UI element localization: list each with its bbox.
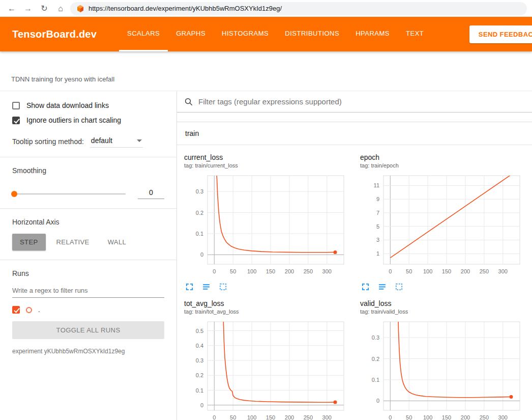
chart-grid: current_losstag: train/current_loss05010… [177,145,532,420]
app-header: TensorBoard.dev SCALARSGRAPHSHISTOGRAMSD… [0,17,532,51]
toggle-all-runs-button[interactable]: TOGGLE ALL RUNS [12,321,164,339]
svg-text:200: 200 [461,414,470,420]
tooltip-sorting-select[interactable]: default [90,135,143,148]
sidebar-divider [0,260,176,260]
experiment-title: TDNN training for yesno with icefall [11,75,114,83]
tooltip-sorting-row: Tooltip sorting method: default [12,135,164,148]
svg-text:250: 250 [304,268,313,274]
chart-tag: tag: train/valid_loss [360,309,522,315]
svg-text:300: 300 [498,268,508,274]
smoothing-value[interactable]: 0 [138,188,164,199]
svg-text:100: 100 [247,268,256,274]
svg-text:0.1: 0.1 [196,387,203,394]
svg-text:200: 200 [285,414,294,420]
svg-text:0: 0 [200,402,203,408]
tag-filter-input[interactable] [198,97,525,106]
chart-toolbar [360,279,522,294]
expand-chart-icon[interactable] [361,283,370,291]
run-label: . [38,306,40,314]
tab-text[interactable]: TEXT [398,17,432,51]
svg-text:150: 150 [442,268,451,274]
svg-text:150: 150 [442,414,451,420]
svg-text:0: 0 [389,268,392,274]
svg-text:250: 250 [304,414,313,420]
svg-text:7: 7 [376,210,379,216]
svg-text:0.3: 0.3 [372,334,379,341]
address-bar[interactable]: https://tensorboard.dev/experiment/yKUbh… [70,2,527,15]
toggle-y-axis-icon[interactable] [202,283,211,291]
svg-text:0: 0 [213,414,216,420]
svg-text:200: 200 [285,268,294,274]
chart-card-current_loss: current_losstag: train/current_loss05010… [184,153,346,294]
svg-text:0.2: 0.2 [196,210,203,216]
chart-title: current_loss [184,153,346,161]
tab-hparams[interactable]: HPARAMS [347,17,398,51]
main-panel: train current_losstag: train/current_los… [177,91,532,420]
svg-text:0: 0 [376,398,379,404]
chevron-down-icon [137,139,142,142]
show-download-links-checkbox-row[interactable]: Show data download links [12,101,164,109]
tag-group-header[interactable]: train [177,122,532,145]
show-download-links-label: Show data download links [26,101,109,109]
tab-histograms[interactable]: HISTOGRAMS [214,17,277,51]
axis-button-relative[interactable]: RELATIVE [49,234,97,250]
axis-button-wall[interactable]: WALL [100,234,134,250]
toggle-y-axis-icon[interactable] [378,283,387,291]
chart-tag: tag: train/current_loss [184,162,346,169]
smoothing-slider[interactable] [12,193,126,194]
svg-text:0.5: 0.5 [196,328,203,334]
chart-plot-epoch[interactable]: 0501001502002503001357911 [360,173,522,279]
svg-text:100: 100 [423,268,432,274]
tooltip-sorting-value: default [91,136,112,145]
svg-text:0.2: 0.2 [196,372,203,378]
svg-text:0.1: 0.1 [196,231,203,237]
smoothing-slider-row: 0 [12,188,164,199]
tensorboard-favicon [76,5,84,13]
svg-text:0.4: 0.4 [196,343,203,349]
svg-text:0: 0 [200,251,203,258]
tab-scalars[interactable]: SCALARS [119,17,168,51]
fit-domain-icon[interactable] [219,283,227,291]
back-icon[interactable]: ← [5,4,18,13]
chart-card-epoch: epochtag: train/epoch0501001502002503001… [360,153,522,294]
chart-toolbar [184,279,346,294]
send-feedback-button[interactable]: SEND FEEDBACK [469,25,532,43]
svg-text:50: 50 [406,414,412,420]
smoothing-label: Smoothing [12,166,164,175]
run-checkbox[interactable] [12,306,20,314]
svg-text:50: 50 [230,268,236,274]
svg-text:0.3: 0.3 [196,188,203,194]
chart-plot-valid_loss[interactable]: 05010015020025030000.10.20.3 [360,319,522,420]
reload-icon[interactable]: ↻ [38,4,51,13]
ignore-outliers-checkbox[interactable] [12,117,20,124]
home-icon[interactable]: ⌂ [54,4,67,13]
search-icon [184,97,193,106]
svg-text:200: 200 [461,268,470,274]
chart-title: valid_loss [360,299,522,307]
tag-filter-row [177,91,532,113]
smoothing-slider-thumb[interactable] [11,191,17,197]
svg-text:250: 250 [480,414,489,420]
tab-graphs[interactable]: GRAPHS [168,17,214,51]
ignore-outliers-checkbox-row[interactable]: Ignore outliers in chart scaling [12,116,164,124]
runs-filter-input[interactable] [12,284,164,298]
forward-icon[interactable]: → [21,4,35,13]
tab-distributions[interactable]: DISTRIBUTIONS [277,17,347,51]
url-text: https://tensorboard.dev/experiment/yKUbh… [88,5,282,12]
sidebar-divider [0,157,176,157]
svg-text:150: 150 [266,268,275,274]
chart-plot-current_loss[interactable]: 05010015020025030000.10.20.3 [184,173,346,279]
run-row[interactable]: . [12,306,164,314]
tag-group-train: train current_losstag: train/current_los… [177,122,532,420]
svg-text:5: 5 [376,223,379,230]
svg-text:300: 300 [322,268,332,274]
axis-button-step[interactable]: STEP [12,234,46,250]
svg-text:250: 250 [480,268,489,274]
tensorboard-logo: TensorBoard.dev [0,29,97,40]
fit-domain-icon[interactable] [395,283,403,291]
svg-text:1: 1 [376,250,379,257]
browser-toolbar: ← → ↻ ⌂ https://tensorboard.dev/experime… [0,0,532,17]
show-download-links-checkbox[interactable] [12,102,20,109]
expand-chart-icon[interactable] [185,283,194,291]
chart-plot-tot_avg_loss[interactable]: 05010015020025030000.10.20.30.40.5 [184,319,346,420]
